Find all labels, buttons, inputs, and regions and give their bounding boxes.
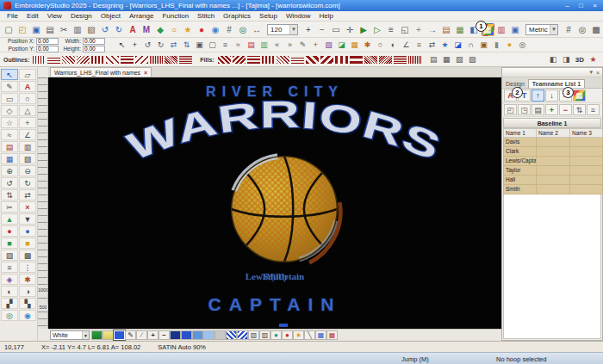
outline-style-chip[interactable] [135, 56, 148, 64]
name-cell[interactable]: Smith [503, 185, 537, 194]
stitch-type-icon[interactable]: ▧ [453, 53, 465, 65]
show-hoop-icon[interactable]: ◎ [576, 23, 589, 36]
target-tool-icon[interactable]: ◉ [19, 310, 36, 321]
fabric-icon[interactable]: ▦ [454, 23, 467, 36]
name-cell[interactable] [537, 138, 570, 147]
pattern-chip[interactable] [226, 330, 237, 340]
zoom-combo[interactable]: 120 ▼ [267, 24, 298, 35]
contrast-b-icon[interactable]: ◑ [19, 286, 36, 297]
slow-redraw-icon[interactable]: ▷ [371, 23, 384, 36]
document-tab[interactable]: Warriors_LHS_Final with names × [50, 67, 152, 77]
name-cell[interactable]: Taylor [503, 166, 537, 176]
stitch-type-icon[interactable]: ▨ [466, 53, 478, 65]
grid-icon[interactable]: # [223, 23, 236, 36]
outline-style-chip[interactable] [165, 56, 177, 64]
outline-tool-icon[interactable]: ○ [375, 39, 387, 51]
garment-yellow-icon[interactable] [103, 330, 114, 340]
red-thread-icon[interactable]: ● [282, 330, 293, 340]
triangle-tool-icon[interactable]: △ [19, 105, 36, 116]
menu-item[interactable]: Help [314, 12, 337, 20]
color-chip[interactable] [181, 330, 192, 340]
teamname-manager-icon[interactable]: ▦ [573, 89, 586, 102]
name-cell[interactable]: Clark [503, 147, 537, 157]
menu-item[interactable]: Stitch [193, 12, 219, 20]
menu-item[interactable]: Function [158, 12, 193, 20]
table-empty-area[interactable] [503, 194, 601, 339]
stitch-angle-icon[interactable]: ∠ [401, 39, 413, 51]
minimize-button[interactable]: – [563, 2, 572, 9]
ellipse-tool-icon[interactable]: ○ [19, 93, 36, 104]
name-cell[interactable] [570, 185, 603, 194]
table-row[interactable]: Clark [503, 147, 601, 157]
freehand-icon[interactable]: ≈ [1, 129, 18, 140]
design-properties-icon[interactable]: ▣ [509, 23, 522, 36]
rect-tool-icon[interactable]: ▭ [1, 93, 18, 104]
teamname-add-icon[interactable]: ▥ [495, 23, 508, 36]
menu-item[interactable]: File [3, 12, 22, 20]
jersey-icon[interactable]: ◪ [452, 39, 464, 51]
rotate-ccw-icon[interactable]: ↺ [142, 39, 154, 51]
move-name-down-icon[interactable]: ↓ [545, 89, 558, 102]
open-design-icon[interactable]: ◰ [16, 23, 29, 36]
motif-tool-icon[interactable]: ✱ [19, 274, 36, 285]
star-thread-icon[interactable]: ★ [293, 330, 304, 340]
shapes-icon[interactable]: ◆ [154, 23, 167, 36]
outline-style-chip[interactable] [179, 56, 192, 64]
pull-comp-icon[interactable]: ⇄ [426, 39, 438, 51]
sequence-tool-icon[interactable]: ▥ [19, 141, 36, 152]
remove-hole-icon[interactable]: ⊖ [19, 165, 36, 176]
cut-object-icon[interactable]: ✂ [1, 201, 18, 213]
blue-thread-icon[interactable]: ● [19, 225, 36, 237]
mirror-vertical-icon[interactable]: ⇅ [181, 39, 193, 51]
pan-icon[interactable]: ✛ [344, 23, 357, 36]
fill-style-chip[interactable] [335, 56, 348, 64]
hoop-icon[interactable]: ◎ [237, 23, 250, 36]
panel-close-icon[interactable]: × [596, 70, 600, 76]
jump-start-icon[interactable]: « [271, 39, 283, 51]
ellipse-icon[interactable]: ○ [168, 23, 181, 36]
name-cell[interactable] [537, 147, 570, 157]
blend-icon[interactable]: ▨ [259, 330, 270, 340]
add-hole-icon[interactable]: ⊕ [1, 165, 18, 176]
spacing-icon[interactable]: ≈ [233, 39, 245, 51]
garment-icon[interactable]: ◪ [336, 39, 348, 51]
overview-window-icon[interactable]: ◱ [399, 23, 412, 36]
raise-object-icon[interactable]: ▲ [1, 213, 18, 225]
digitize-run-icon[interactable]: ✎ [1, 81, 18, 92]
thread-color-combo[interactable]: White ▼ [50, 330, 90, 340]
cap-icon[interactable]: ∩ [465, 39, 477, 51]
hatch-fill-icon[interactable]: ▨ [1, 250, 18, 261]
rotate-cw-tool-icon[interactable]: ↻ [19, 177, 36, 188]
outline-style-chip[interactable] [121, 56, 134, 64]
garment-green-icon[interactable] [91, 330, 103, 340]
outline-style-chip[interactable] [33, 56, 46, 64]
machine-settings-icon[interactable]: ◎ [517, 39, 529, 51]
effects-view-icon[interactable]: ★ [587, 53, 600, 65]
outline-style-chip[interactable] [62, 56, 75, 64]
maximize-button[interactable]: □ [576, 2, 586, 9]
lasso-select-icon[interactable]: ▱ [19, 69, 36, 80]
stitch-list-icon[interactable]: ≡ [385, 23, 398, 36]
lower-object-icon[interactable]: ▼ [19, 213, 36, 225]
pattern-fill-icon[interactable]: ▧ [19, 153, 36, 164]
stitch-edit-icon[interactable]: ✎ [297, 39, 309, 51]
ungroup-icon[interactable]: ▢ [207, 39, 219, 51]
object-list-icon[interactable]: ≡ [1, 262, 18, 273]
lettering-tool-icon[interactable]: A [19, 81, 36, 92]
blend-icon[interactable]: ▧ [248, 330, 259, 340]
sort-names-icon[interactable]: ⇅ [573, 104, 586, 115]
color-chip[interactable] [192, 330, 203, 340]
position-x-input[interactable] [36, 38, 59, 45]
color-film-icon[interactable]: ▤ [246, 39, 258, 51]
thread-color-icon[interactable]: ● [196, 23, 208, 36]
color-film-tool-icon[interactable]: ▤ [1, 141, 18, 152]
zoom-in-icon[interactable]: + [302, 23, 315, 36]
fill-style-chip[interactable] [379, 56, 392, 64]
copy-icon[interactable]: ▥ [71, 23, 84, 36]
slash-tool-icon[interactable]: ╲ [304, 330, 315, 340]
outline-style-chip[interactable] [77, 56, 90, 64]
color-wheel-icon[interactable]: ◉ [209, 23, 222, 36]
thread-palette-icon[interactable]: ● [504, 39, 516, 51]
stitch-type-icon[interactable]: ▦ [440, 53, 452, 65]
bag-icon[interactable]: ▣ [478, 39, 490, 51]
